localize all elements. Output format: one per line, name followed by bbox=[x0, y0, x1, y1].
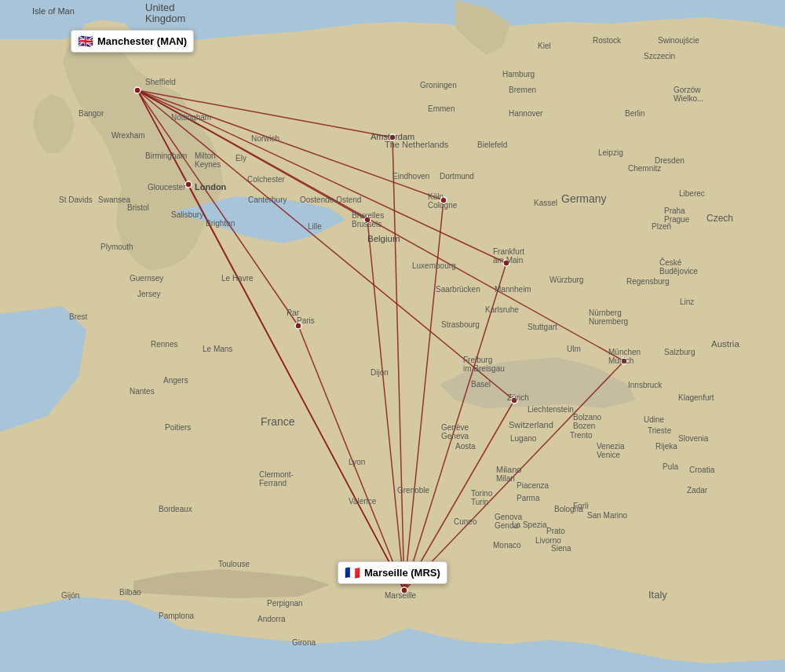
svg-text:Sheffield: Sheffield bbox=[145, 78, 176, 86]
svg-text:Plzeň: Plzeň bbox=[652, 222, 671, 231]
svg-text:Kiel: Kiel bbox=[538, 42, 551, 50]
marseille-airport-name: Marseille (MRS) bbox=[364, 567, 440, 579]
svg-text:Croatia: Croatia bbox=[689, 466, 715, 474]
manchester-airport-name: Manchester (MAN) bbox=[97, 35, 187, 47]
svg-text:Poitiers: Poitiers bbox=[165, 423, 191, 432]
svg-text:Berlin: Berlin bbox=[625, 109, 645, 118]
svg-text:Eindhoven: Eindhoven bbox=[392, 172, 429, 181]
svg-text:Milan: Milan bbox=[496, 474, 515, 483]
svg-text:Switzerland: Switzerland bbox=[509, 420, 553, 429]
svg-text:Swansea: Swansea bbox=[98, 195, 131, 204]
svg-text:Piacenza: Piacenza bbox=[517, 481, 550, 490]
svg-text:Frankfurt: Frankfurt bbox=[493, 247, 524, 256]
svg-text:München: München bbox=[608, 348, 641, 356]
svg-text:Udine: Udine bbox=[644, 415, 665, 424]
svg-text:Emmen: Emmen bbox=[428, 104, 455, 113]
svg-text:Regensburg: Regensburg bbox=[626, 277, 669, 286]
svg-text:Bruxelles: Bruxelles bbox=[352, 211, 384, 220]
svg-point-18 bbox=[185, 181, 192, 188]
svg-text:Toulouse: Toulouse bbox=[218, 560, 250, 568]
svg-text:Bielefeld: Bielefeld bbox=[477, 141, 507, 149]
svg-text:Germany: Germany bbox=[561, 192, 607, 205]
svg-text:Szczecin: Szczecin bbox=[644, 52, 675, 60]
svg-text:Ulm: Ulm bbox=[567, 345, 581, 353]
svg-text:Budějovice: Budějovice bbox=[659, 267, 698, 276]
svg-text:Birmingham: Birmingham bbox=[145, 152, 187, 160]
svg-text:Italy: Italy bbox=[648, 589, 667, 601]
svg-text:Liberec: Liberec bbox=[679, 189, 705, 198]
svg-text:France: France bbox=[261, 415, 295, 428]
svg-text:Bristol: Bristol bbox=[127, 203, 149, 212]
svg-text:Wrexham: Wrexham bbox=[111, 131, 145, 140]
svg-text:Monaco: Monaco bbox=[493, 541, 521, 550]
svg-text:Dijon: Dijon bbox=[371, 368, 389, 377]
svg-text:Dresden: Dresden bbox=[655, 156, 685, 165]
svg-text:Brighton: Brighton bbox=[206, 219, 235, 228]
svg-text:Siena: Siena bbox=[551, 544, 571, 553]
svg-text:Nürnberg: Nürnberg bbox=[589, 309, 622, 317]
svg-text:Linz: Linz bbox=[680, 298, 694, 306]
svg-text:Bangor: Bangor bbox=[78, 109, 104, 118]
svg-text:Salzburg: Salzburg bbox=[664, 348, 695, 356]
svg-text:Rostock: Rostock bbox=[593, 36, 622, 45]
svg-text:Bremen: Bremen bbox=[509, 86, 536, 94]
svg-text:České: České bbox=[659, 257, 682, 267]
svg-text:Clermont-: Clermont- bbox=[259, 470, 294, 479]
svg-text:Chemnitz: Chemnitz bbox=[628, 164, 661, 173]
svg-text:Czech: Czech bbox=[706, 213, 733, 224]
svg-point-27 bbox=[134, 87, 141, 93]
svg-text:am Main: am Main bbox=[493, 256, 523, 265]
svg-text:Hannover: Hannover bbox=[509, 109, 543, 118]
svg-text:Venezia: Venezia bbox=[597, 442, 625, 451]
svg-text:San Marino: San Marino bbox=[587, 511, 628, 520]
svg-text:Genève: Genève bbox=[441, 423, 469, 432]
svg-text:Bilbao: Bilbao bbox=[119, 588, 141, 597]
svg-text:Andorra: Andorra bbox=[257, 615, 286, 623]
svg-text:Girona: Girona bbox=[292, 638, 316, 647]
svg-text:Norwich: Norwich bbox=[251, 134, 279, 143]
svg-text:Keynes: Keynes bbox=[195, 160, 221, 169]
svg-text:Marseille: Marseille bbox=[385, 591, 416, 600]
svg-text:Slovenia: Slovenia bbox=[678, 434, 709, 443]
svg-text:Rennes: Rennes bbox=[151, 340, 177, 349]
svg-text:Amsterdam: Amsterdam bbox=[371, 132, 414, 141]
svg-text:Canterbury: Canterbury bbox=[248, 195, 287, 204]
svg-text:Le Mans: Le Mans bbox=[203, 345, 232, 353]
svg-text:Aosta: Aosta bbox=[455, 442, 476, 451]
marseille-flag: 🇫🇷 bbox=[345, 565, 360, 580]
svg-text:Le Havre: Le Havre bbox=[221, 274, 254, 283]
svg-text:Cuneo: Cuneo bbox=[454, 517, 477, 526]
svg-text:Bologna: Bologna bbox=[554, 505, 583, 513]
svg-text:Leipzig: Leipzig bbox=[598, 148, 623, 157]
svg-text:Colchester: Colchester bbox=[247, 175, 285, 184]
svg-text:Gijón: Gijón bbox=[61, 591, 79, 600]
svg-text:Angers: Angers bbox=[163, 376, 188, 385]
svg-text:Trieste: Trieste bbox=[648, 426, 672, 435]
svg-text:Bozen: Bozen bbox=[573, 422, 595, 430]
svg-text:United: United bbox=[145, 2, 175, 13]
svg-text:Brussels: Brussels bbox=[352, 220, 382, 228]
svg-text:Karlsruhe: Karlsruhe bbox=[485, 305, 519, 314]
svg-text:Grenoble: Grenoble bbox=[397, 486, 430, 495]
manchester-airport-label: 🇬🇧 Manchester (MAN) bbox=[71, 30, 194, 53]
manchester-flag: 🇬🇧 bbox=[78, 34, 93, 49]
marseille-airport-label: 🇫🇷 Marseille (MRS) bbox=[338, 561, 447, 584]
svg-text:St Davids: St Davids bbox=[59, 195, 93, 204]
svg-text:Köln: Köln bbox=[428, 192, 444, 201]
svg-text:Hamburg: Hamburg bbox=[502, 70, 535, 79]
svg-text:Cologne: Cologne bbox=[428, 201, 458, 210]
svg-text:Mannheim: Mannheim bbox=[495, 285, 531, 294]
svg-text:Trento: Trento bbox=[570, 431, 593, 440]
svg-text:Parma: Parma bbox=[517, 494, 540, 502]
svg-text:Brest: Brest bbox=[69, 312, 88, 321]
svg-text:Paris: Paris bbox=[297, 316, 315, 325]
svg-text:Groningen: Groningen bbox=[420, 81, 457, 89]
svg-text:Plymouth: Plymouth bbox=[100, 243, 133, 251]
svg-text:Kassel: Kassel bbox=[534, 199, 557, 207]
svg-text:Würzburg: Würzburg bbox=[550, 276, 583, 284]
svg-text:Bolzano: Bolzano bbox=[573, 413, 602, 422]
svg-text:Swinoujście: Swinoujście bbox=[658, 36, 699, 45]
svg-text:Bordeaux: Bordeaux bbox=[159, 505, 192, 513]
svg-text:Pula: Pula bbox=[663, 462, 678, 471]
svg-text:Kingdom: Kingdom bbox=[145, 13, 185, 24]
